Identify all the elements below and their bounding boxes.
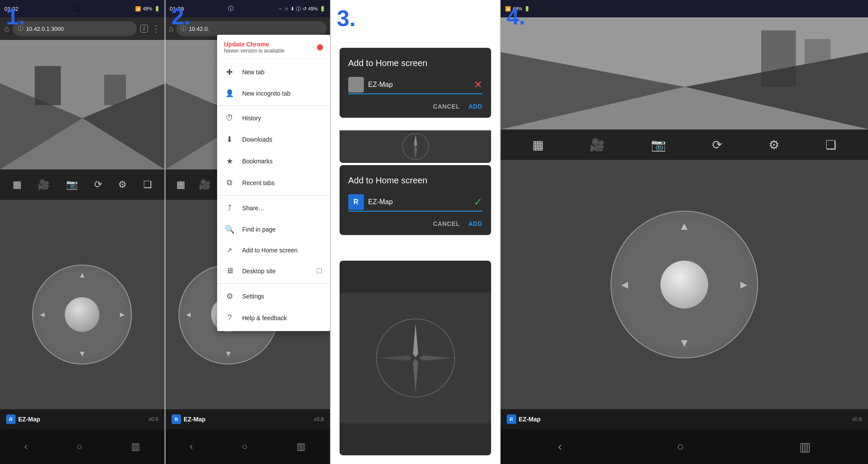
dialog2-cancel-btn[interactable]: Cancel [433,220,459,227]
p1-nav-recent[interactable]: ▥ [131,441,140,452]
p1-joystick-area[interactable]: ▲ ◄ ► ▼ [0,200,165,429]
p1-joystick[interactable]: ▲ ◄ ► ▼ [32,265,132,365]
p1-toolbar-camera-icon[interactable]: 📷 [66,179,78,190]
p1-toolbar-layers-icon[interactable]: ❏ [143,179,152,190]
dialog1-add-btn[interactable]: Add [469,103,482,110]
dialog2-check-icon: ✓ [474,196,482,208]
p1-nav-home[interactable]: ○ [76,441,82,452]
p1-tab-count[interactable]: 2 [140,25,148,33]
p4-joystick[interactable]: ▲ ◄ ► ▼ [611,211,758,358]
add-home-label: Add to Home screen [242,247,322,254]
p2-joystick-left-arrow: ◄ [185,310,192,319]
p4-toolbar: ▦ 🎥 📷 ⟳ ⚙ ❏ [501,129,868,160]
p4-brand-icon: R [507,414,516,424]
p4-toolbar-video-icon[interactable]: 🎥 [590,138,605,152]
panel-4: 4. 📶 48% 🔋 ▦ 🎥 📷 ⟳ ⚙ ❏ ▲ ◄ [501,0,868,464]
p2-toolbar-video-icon[interactable]: 🎥 [199,179,211,190]
step-label-3: 3. [337,5,356,31]
p4-toolbar-camera-icon[interactable]: 📷 [651,138,666,152]
p3-compass-area [340,261,491,455]
dialog1-icon-number: 1 [354,82,357,88]
p4-nav-back[interactable]: ‹ [558,440,562,454]
p2-toolbar-chart-icon[interactable]: ▦ [176,179,185,190]
p2-nav-home[interactable]: ○ [242,441,248,452]
dialog1-input-row: 1 ✕ [348,77,482,94]
menu-item-new-tab[interactable]: ✚ New tab [217,61,330,83]
dialog2-add-btn[interactable]: Add [469,220,482,227]
dialog2-icon: R [348,194,364,210]
step-label-4: 4. [507,5,525,28]
p4-joystick-left-arrow: ◄ [619,278,630,292]
p2-nav-back[interactable]: ‹ [190,441,193,452]
p4-joystick-center[interactable] [660,261,708,308]
p1-status-icons: 📶 48% 🔋 [135,6,160,12]
dialog2-actions: Cancel Add [348,220,482,227]
p1-url-box[interactable]: ⓘ 10.42.0.1:3000 [13,21,137,36]
desktop-checkbox[interactable]: ☐ [316,267,322,275]
p4-joystick-down-arrow: ▼ [679,336,690,350]
p4-nav-recent[interactable]: ▥ [799,440,811,454]
p1-more-icon[interactable]: ⋮ [152,23,160,34]
panel-2: 2. 01:29 ⓘ → ☆ ⬇ ⓘ ↺ 49% 🔋 ⌂ ⓘ 10.42.0. [165,0,330,464]
step-label-1: 1. [6,5,25,28]
p1-nav-back[interactable]: ‹ [24,441,27,452]
menu-item-new-incognito-tab[interactable]: 👤 New incognito tab [217,83,330,103]
find-icon: 🔍 [225,225,234,234]
chrome-menu-update[interactable]: Update Chrome Newer version is available [217,35,330,59]
p1-brand: R EZ-Map [6,414,40,424]
p4-toolbar-chart-icon[interactable]: ▦ [532,138,544,152]
p4-nav-bar: ‹ ○ ▥ [501,429,868,464]
p1-toolbar-gear-icon[interactable]: ⚙ [118,179,127,190]
dialog2-input-row: R ✓ [348,194,482,212]
step-label-2: 2. [172,5,190,28]
menu-item-history[interactable]: ⏱ History [217,107,330,129]
desktop-label: Desktop site [242,268,308,275]
history-label: History [242,115,322,122]
p1-3d-scene [0,40,165,169]
menu-item-find-in-page[interactable]: 🔍 Find in page [217,219,330,240]
p1-joystick-up-arrow: ▲ [79,271,86,280]
p1-toolbar-refresh-icon[interactable]: ⟳ [94,179,102,190]
menu-item-share[interactable]: ⤴ Share… [217,197,330,219]
dialog2-input[interactable] [368,198,469,206]
p4-brand-name: EZ-Map [519,416,541,423]
p4-joystick-up-arrow: ▲ [679,219,690,233]
menu-item-help[interactable]: ? Help & feedback [217,307,330,328]
p2-info-icon: ⓘ [228,5,234,13]
dialog1-clear-icon[interactable]: ✕ [474,79,482,91]
p4-nav-home[interactable]: ○ [677,440,684,454]
panel-1: 1. 01:32 ⓘ 📶 48% 🔋 ⌂ ⓘ 10.42.0.1:3000 2 … [0,0,165,464]
chrome-update-sub: Newer version is available [224,48,284,54]
p4-joystick-area[interactable]: ▲ ◄ ► ▼ [501,160,868,409]
p4-toolbar-refresh-icon[interactable]: ⟳ [712,138,722,152]
svg-rect-5 [35,66,61,105]
add-home-dialog-2: Add to Home screen R ✓ Cancel Add [340,165,491,235]
p1-joystick-center[interactable] [65,297,99,332]
dialog1-cancel-btn[interactable]: Cancel [433,103,459,110]
downloads-icon: ⬇ [225,135,234,144]
p1-joystick-right-arrow: ► [119,310,126,319]
menu-item-bookmarks[interactable]: ★ Bookmarks [217,150,330,172]
p1-toolbar-video-icon[interactable]: 🎥 [38,179,50,190]
settings-icon: ⚙ [225,292,234,301]
menu-item-downloads[interactable]: ⬇ Downloads [217,129,330,150]
dialog1-input[interactable] [368,81,469,89]
p1-url-text: 10.42.0.1:3000 [26,26,64,32]
svg-rect-27 [761,30,796,87]
menu-item-settings[interactable]: ⚙ Settings [217,285,330,307]
p2-nav-recent[interactable]: ▥ [297,441,306,452]
share-label: Share… [242,205,322,212]
menu-item-desktop-site[interactable]: 🖥 Desktop site ☐ [217,260,330,282]
p4-toolbar-layers-icon[interactable]: ❏ [825,138,836,152]
p1-toolbar-chart-icon[interactable]: ▦ [13,179,22,190]
p2-url-box[interactable]: ⓘ 10.42.0. [176,21,327,36]
svg-rect-12 [340,130,491,163]
p4-toolbar-gear-icon[interactable]: ⚙ [769,138,779,152]
help-label: Help & feedback [242,315,322,321]
p2-nav-bar: ‹ ○ ▥ [165,429,330,464]
p4-brand-bar: R EZ-Map v0.8 [501,409,868,429]
menu-item-add-home[interactable]: ↗ Add to Home screen [217,240,330,260]
add-home-icon: ↗ [225,246,234,254]
menu-item-recent-tabs[interactable]: ⧉ Recent tabs [217,172,330,193]
incognito-icon: 👤 [225,89,234,97]
